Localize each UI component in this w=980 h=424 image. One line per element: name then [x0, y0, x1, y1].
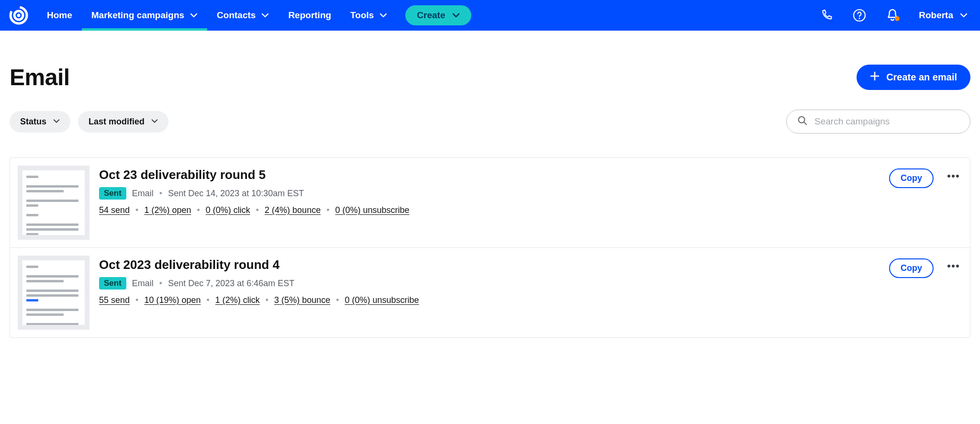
dot-separator: •	[135, 295, 138, 305]
chevron-down-icon	[151, 117, 158, 127]
search-field[interactable]	[786, 110, 970, 134]
create-button[interactable]: Create	[405, 5, 471, 25]
search-icon	[797, 115, 808, 128]
sort-filter-label: Last modified	[89, 117, 145, 127]
sort-filter[interactable]: Last modified	[78, 111, 168, 133]
page-header: Email Create an email	[10, 31, 970, 110]
campaign-title[interactable]: Oct 2023 deliverability round 4	[99, 257, 880, 272]
chevron-down-icon	[53, 117, 60, 127]
status-badge: Sent	[99, 187, 126, 200]
campaign-list: Oct 23 deliverability round 5 Sent Email…	[10, 157, 970, 338]
filter-bar: Status Last modified	[10, 110, 970, 157]
nav-label: Reporting	[288, 10, 331, 21]
nav-tools[interactable]: Tools	[341, 0, 397, 31]
svg-point-7	[952, 175, 955, 178]
notification-dot	[895, 16, 900, 21]
logo[interactable]	[9, 5, 37, 25]
thumbnail-preview	[22, 170, 85, 235]
nav-label: Marketing campaigns	[91, 10, 184, 21]
svg-point-8	[956, 175, 959, 178]
dot-separator: •	[159, 189, 162, 199]
campaign-meta: Sent Email • Sent Dec 14, 2023 at 10:30a…	[99, 187, 880, 200]
dot-separator: •	[256, 205, 259, 215]
campaign-actions: Copy	[889, 256, 962, 330]
stat-click[interactable]: 0 (0%) click	[206, 205, 250, 215]
dot-separator: •	[135, 205, 138, 215]
help-icon[interactable]	[853, 9, 866, 22]
campaign-actions: Copy	[889, 166, 962, 240]
campaign-body: Oct 23 deliverability round 5 Sent Email…	[99, 166, 880, 240]
page-title: Email	[10, 64, 70, 90]
phone-icon[interactable]	[820, 9, 833, 22]
chevron-down-icon	[261, 11, 269, 19]
stat-open[interactable]: 10 (19%) open	[144, 295, 200, 305]
dot-separator: •	[326, 205, 329, 215]
more-horizontal-icon	[947, 171, 959, 179]
copy-button[interactable]: Copy	[889, 168, 934, 188]
dot-separator: •	[159, 279, 162, 289]
dot-separator: •	[197, 205, 200, 215]
stat-unsubscribe[interactable]: 0 (0%) unsubscribe	[345, 295, 419, 305]
stat-bounce[interactable]: 2 (4%) bounce	[265, 205, 321, 215]
nav-right: Roberta	[820, 9, 968, 22]
filters: Status Last modified	[10, 111, 168, 133]
campaign-body: Oct 2023 deliverability round 4 Sent Ema…	[99, 256, 880, 330]
campaign-thumbnail[interactable]	[18, 166, 89, 240]
status-filter-label: Status	[20, 117, 46, 127]
more-horizontal-icon	[947, 261, 959, 269]
stat-bounce[interactable]: 3 (5%) bounce	[274, 295, 330, 305]
thumbnail-preview	[22, 260, 85, 325]
plus-icon	[870, 71, 880, 83]
campaign-type: Email	[132, 189, 154, 199]
campaign-title[interactable]: Oct 23 deliverability round 5	[99, 167, 880, 182]
campaign-sent-at: Sent Dec 14, 2023 at 10:30am EST	[168, 189, 304, 199]
campaign-type: Email	[132, 279, 154, 289]
nav-home[interactable]: Home	[37, 0, 82, 31]
create-email-label: Create an email	[886, 72, 957, 83]
dot-separator: •	[266, 295, 268, 305]
chevron-down-icon	[379, 11, 387, 19]
campaign-meta: Sent Email • Sent Dec 7, 2023 at 6:46am …	[99, 277, 880, 290]
create-email-button[interactable]: Create an email	[857, 65, 970, 90]
chevron-down-icon	[452, 11, 460, 19]
create-label: Create	[417, 10, 445, 21]
user-menu[interactable]: Roberta	[919, 10, 968, 21]
status-filter[interactable]: Status	[10, 111, 70, 133]
user-name: Roberta	[919, 10, 953, 21]
svg-point-11	[956, 265, 959, 268]
dot-separator: •	[336, 295, 339, 305]
chevron-down-icon	[190, 11, 198, 19]
search-input[interactable]	[814, 116, 959, 127]
top-nav: Home Marketing campaigns Contacts Report…	[0, 0, 980, 31]
logo-icon	[9, 5, 29, 25]
status-badge: Sent	[99, 277, 126, 290]
campaign-stats: 55 send • 10 (19%) open • 1 (2%) click •…	[99, 295, 880, 305]
svg-point-10	[952, 265, 955, 268]
campaign-thumbnail[interactable]	[18, 256, 89, 330]
svg-point-4	[859, 18, 860, 19]
svg-point-2	[17, 14, 21, 17]
nav-items: Home Marketing campaigns Contacts Report…	[37, 0, 471, 31]
copy-button[interactable]: Copy	[889, 258, 934, 278]
nav-reporting[interactable]: Reporting	[278, 0, 341, 31]
nav-label: Home	[47, 10, 72, 21]
stat-click[interactable]: 1 (2%) click	[215, 295, 260, 305]
stat-send[interactable]: 55 send	[99, 295, 130, 305]
stat-send[interactable]: 54 send	[99, 205, 130, 215]
more-menu-button[interactable]	[944, 258, 962, 273]
campaign-sent-at: Sent Dec 7, 2023 at 6:46am EST	[168, 279, 294, 289]
svg-point-6	[947, 175, 950, 178]
dot-separator: •	[206, 295, 209, 305]
nav-contacts[interactable]: Contacts	[207, 0, 278, 31]
stat-open[interactable]: 1 (2%) open	[144, 205, 191, 215]
stat-unsubscribe[interactable]: 0 (0%) unsubscribe	[335, 205, 409, 215]
nav-label: Tools	[350, 10, 374, 21]
nav-marketing-campaigns[interactable]: Marketing campaigns	[82, 0, 207, 31]
bell-icon[interactable]	[886, 9, 899, 22]
svg-point-9	[947, 265, 950, 268]
campaign-row: Oct 2023 deliverability round 4 Sent Ema…	[10, 248, 970, 337]
more-menu-button[interactable]	[944, 168, 962, 183]
campaign-stats: 54 send • 1 (2%) open • 0 (0%) click • 2…	[99, 205, 880, 215]
chevron-down-icon	[960, 11, 968, 19]
campaign-row: Oct 23 deliverability round 5 Sent Email…	[10, 158, 970, 248]
